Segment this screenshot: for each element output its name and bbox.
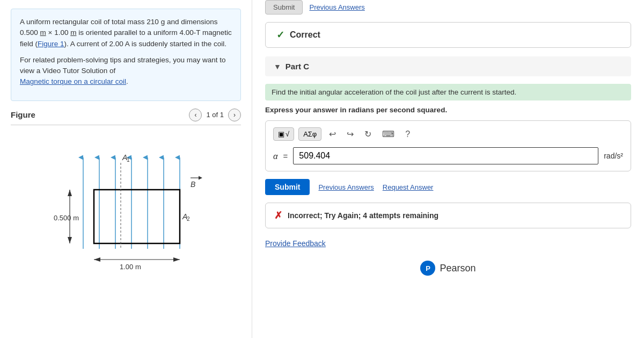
keyboard-button[interactable]: ⌨ bbox=[379, 128, 398, 140]
svg-rect-7 bbox=[94, 190, 180, 243]
equals-sign: = bbox=[283, 152, 288, 161]
svg-marker-17 bbox=[173, 257, 180, 262]
greek-label: ΑΣφ bbox=[303, 130, 317, 138]
correct-label: Correct bbox=[290, 30, 320, 40]
width-label: 1.00 m bbox=[120, 263, 141, 271]
figure-title: Figure bbox=[11, 110, 35, 119]
top-submit-button[interactable]: Submit bbox=[265, 0, 303, 15]
left-panel: A uniform rectangular coil of total mass… bbox=[0, 0, 252, 338]
height-label: 0.500 m bbox=[54, 214, 79, 222]
svg-marker-16 bbox=[94, 257, 100, 262]
redo-button[interactable]: ↪ bbox=[343, 128, 357, 140]
unit-label: rad/s² bbox=[604, 152, 623, 160]
matrix-sqrt-button[interactable]: ▣ √ bbox=[273, 127, 294, 141]
figure-link[interactable]: Figure 1 bbox=[38, 40, 64, 48]
request-answer-link[interactable]: Request Answer bbox=[383, 183, 434, 191]
top-actions: Submit Previous Answers bbox=[265, 0, 631, 15]
figure-section: Figure ‹ 1 of 1 › bbox=[11, 109, 241, 281]
problem-text: A uniform rectangular coil of total mass… bbox=[20, 17, 232, 49]
help-button[interactable]: ? bbox=[402, 128, 413, 140]
action-row: Submit Previous Answers Request Answer bbox=[265, 179, 631, 195]
correct-checkmark-icon: ✓ bbox=[276, 29, 284, 41]
figure-diagram: A 1 A 2 B 0.500 m 1.00 m bbox=[11, 131, 241, 281]
math-toolbar: ▣ √ ΑΣφ ↩ ↪ ↻ ⌨ ? bbox=[273, 127, 623, 141]
submit-button[interactable]: Submit bbox=[265, 179, 310, 195]
svg-text:2: 2 bbox=[187, 216, 190, 222]
top-prev-answers-link[interactable]: Previous Answers bbox=[309, 3, 364, 11]
svg-marker-13 bbox=[68, 190, 72, 196]
coil-diagram: A 1 A 2 B 0.500 m 1.00 m bbox=[40, 136, 212, 276]
refresh-button[interactable]: ↻ bbox=[361, 128, 375, 140]
figure-nav: ‹ 1 of 1 › bbox=[189, 109, 241, 121]
incorrect-x-icon: ✗ bbox=[274, 210, 282, 221]
prev-answers-link[interactable]: Previous Answers bbox=[318, 183, 374, 191]
incorrect-text: Incorrect; Try Again; 4 attempts remaini… bbox=[288, 211, 438, 220]
instruction-text: Express your answer in radians per secon… bbox=[265, 106, 631, 114]
part-c-section: ▼ Part C bbox=[265, 56, 631, 76]
alpha-symbol: α bbox=[273, 152, 278, 161]
provide-feedback-link[interactable]: Provide Feedback bbox=[265, 239, 631, 248]
svg-text:1: 1 bbox=[127, 157, 130, 163]
math-input-container: ▣ √ ΑΣφ ↩ ↪ ↻ ⌨ ? α = rad/s² bbox=[265, 120, 631, 171]
correct-banner: ✓ Correct bbox=[265, 22, 631, 48]
matrix-icon: ▣ bbox=[278, 130, 284, 138]
right-panel: Submit Previous Answers ✓ Correct ▼ Part… bbox=[252, 0, 644, 338]
undo-button[interactable]: ↩ bbox=[326, 128, 339, 140]
next-figure-btn[interactable]: › bbox=[228, 109, 241, 121]
question-text: Find the initial angular acceleration of… bbox=[265, 84, 631, 100]
prev-figure-btn[interactable]: ‹ bbox=[189, 109, 202, 121]
sqrt-icon: √ bbox=[286, 130, 289, 138]
figure-count: 1 of 1 bbox=[206, 111, 224, 119]
pearson-logo-icon: P bbox=[420, 261, 435, 276]
incorrect-banner: ✗ Incorrect; Try Again; 4 attempts remai… bbox=[265, 203, 631, 228]
tutor-link[interactable]: Magnetic torque on a circular coil bbox=[20, 77, 126, 85]
pearson-label: Pearson bbox=[440, 263, 475, 274]
tip-text: For related problem-solving tips and str… bbox=[20, 55, 232, 88]
part-c-toggle-icon[interactable]: ▼ bbox=[274, 62, 281, 71]
part-c-label: Part C bbox=[286, 62, 309, 71]
b-label: B bbox=[191, 180, 195, 189]
answer-input[interactable] bbox=[293, 147, 598, 164]
figure-header: Figure ‹ 1 of 1 › bbox=[11, 109, 241, 125]
pearson-footer: P Pearson bbox=[265, 256, 631, 276]
problem-description: A uniform rectangular coil of total mass… bbox=[11, 9, 241, 101]
svg-marker-14 bbox=[68, 237, 72, 243]
answer-row: α = rad/s² bbox=[273, 147, 623, 164]
greek-button[interactable]: ΑΣφ bbox=[298, 127, 321, 141]
